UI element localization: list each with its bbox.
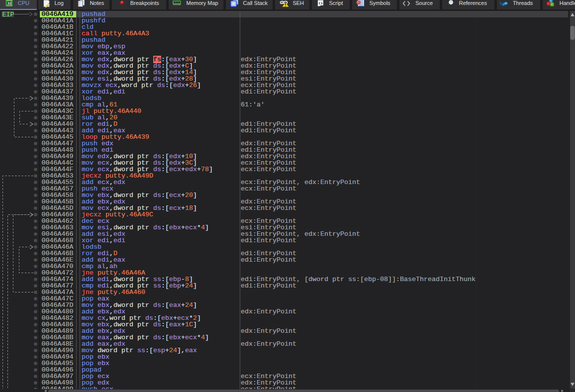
svg-text:EIP: EIP [2,11,14,18]
svg-text:32: 32 [7,1,11,5]
